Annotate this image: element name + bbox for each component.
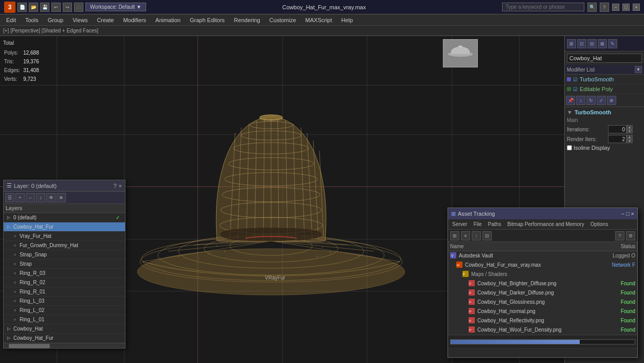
rp-tool-scale[interactable]: ⤢: [597, 96, 606, 105]
asset-menu-bitmap-performance-and-memory[interactable]: Bitmap Performance and Memory: [505, 221, 586, 228]
asset-menu-file[interactable]: File: [471, 221, 484, 228]
search-input[interactable]: [502, 3, 584, 11]
object-name-input[interactable]: [567, 54, 642, 63]
ts-isoline-checkbox[interactable]: [567, 145, 572, 150]
lt-icon-freeze[interactable]: ❄: [57, 193, 66, 202]
toolbar-icon-help[interactable]: ?: [600, 3, 609, 12]
at-icon-settings[interactable]: ⚙: [626, 231, 635, 240]
workspace-selector[interactable]: Workspace: Default ▼: [85, 3, 146, 11]
ts-iter-up[interactable]: ▲: [627, 125, 633, 129]
layer-item[interactable]: ▷Cowboy_Hat_Fur: [4, 334, 125, 343]
modifier-item-epoly[interactable]: ☑ Editable Poly: [565, 84, 644, 94]
menu-item-graph-editors[interactable]: Graph Editors: [186, 16, 229, 24]
asset-row[interactable]: PCowboy_Hat_Darker_Diffuse.pngFound: [448, 288, 637, 298]
menu-item-maxscript[interactable]: MAXScript: [301, 16, 336, 24]
rp-icon-2[interactable]: ⊡: [577, 39, 586, 48]
rp-tool-rot[interactable]: ↻: [586, 96, 596, 105]
asset-close-btn[interactable]: ×: [631, 211, 634, 217]
ts-iter-down[interactable]: ▼: [627, 129, 633, 133]
layer-item[interactable]: ▷Cowboy_Hat_Fur: [4, 222, 125, 232]
ts-render-iters-input[interactable]: [608, 135, 627, 143]
modifier-item-turbosmooth[interactable]: ☑ TurboSmooth: [565, 75, 644, 84]
ts-collapse-btn[interactable]: ▼: [567, 109, 573, 115]
layer-item[interactable]: ○Ring_L_01: [4, 315, 125, 324]
asset-minimize-btn[interactable]: −: [621, 211, 624, 217]
asset-row[interactable]: VAutodesk VaultLogged O: [448, 251, 637, 261]
minimize-button[interactable]: −: [612, 4, 619, 11]
search-button[interactable]: 🔍: [587, 3, 597, 12]
layer-item[interactable]: ▷Cowboy_Hat: [4, 324, 125, 334]
menu-item-help[interactable]: Help: [337, 16, 357, 24]
layer-item[interactable]: ▷0 (default)✓: [4, 213, 125, 222]
layers-close-btn[interactable]: ×: [119, 183, 122, 189]
layer-item[interactable]: ○Strap: [4, 260, 125, 269]
lt-icon-move[interactable]: ↕: [36, 193, 45, 202]
layer-item[interactable]: ○Vray_Fur_Hat: [4, 232, 125, 241]
asset-row[interactable]: PCowboy_Hat_Reflectivity.pngFound: [448, 316, 637, 325]
lt-icon-view[interactable]: 👁: [46, 193, 56, 202]
menu-item-create[interactable]: Create: [93, 16, 118, 24]
asset-row[interactable]: FMaps / Shaders: [448, 270, 637, 279]
menu-item-views[interactable]: Views: [68, 16, 92, 24]
layers-scroll-thumb[interactable]: [9, 344, 50, 348]
ts-render-up[interactable]: ▲: [627, 135, 633, 139]
asset-menu-server[interactable]: Server: [450, 221, 469, 228]
modifier-list-dropdown[interactable]: ▼: [635, 66, 642, 73]
asset-row[interactable]: PCowboy_Hat_Brighter_Diffuse.pngFound: [448, 279, 637, 288]
rp-tool-pin[interactable]: 📌: [566, 96, 575, 105]
toolbar-icon-cam[interactable]: 🎥: [74, 3, 83, 12]
layer-item[interactable]: ○Ring_L_03: [4, 297, 125, 306]
layer-item[interactable]: ○Ring_R_02: [4, 278, 125, 287]
layer-item[interactable]: ○Strap_Snap: [4, 250, 125, 260]
ts-render-down[interactable]: ▼: [627, 139, 633, 143]
asset-maximize-btn[interactable]: □: [626, 211, 630, 217]
at-icon-1[interactable]: ⊞: [450, 231, 459, 240]
lt-icon-add[interactable]: +: [15, 193, 25, 202]
rp-icon-4[interactable]: ⊠: [598, 39, 607, 48]
maximize-button[interactable]: □: [622, 4, 630, 11]
toolbar-icon-save[interactable]: 💾: [40, 3, 49, 12]
layer-item[interactable]: ○Fur_Growth_Dummy_Hat: [4, 241, 125, 250]
menu-item-rendering[interactable]: Rendering: [230, 16, 264, 24]
close-button[interactable]: ×: [633, 4, 640, 11]
toolbar-icon-redo[interactable]: ↪: [63, 3, 72, 12]
at-icon-3[interactable]: ↑: [472, 231, 481, 240]
rp-tool-move[interactable]: ↕: [576, 96, 585, 105]
layer-item[interactable]: ○Ring_R_03: [4, 269, 125, 278]
menu-item-edit[interactable]: Edit: [2, 16, 20, 24]
layers-scrollbar[interactable]: [4, 343, 125, 348]
ts-render-spinner[interactable]: ▲ ▼: [627, 135, 633, 143]
ts-iterations-input[interactable]: [608, 125, 627, 133]
toolbar-icon-new[interactable]: 📄: [17, 3, 27, 12]
asset-row[interactable]: PCowboy_Hat_normal.pngFound: [448, 307, 637, 316]
at-icon-4[interactable]: ⊟: [482, 231, 492, 240]
ts-iterations-spinner[interactable]: ▲ ▼: [627, 125, 633, 133]
toolbar-icon-open[interactable]: 📂: [29, 3, 38, 12]
menu-item-group[interactable]: Group: [44, 16, 68, 24]
menu-item-customize[interactable]: Customize: [265, 16, 300, 24]
stats-overlay: Total Polys:12,688 Tris:19,376 Edges:31,…: [3, 39, 40, 84]
asset-row-status: Found: [594, 290, 635, 296]
menu-item-tools[interactable]: Tools: [21, 16, 43, 24]
at-icon-2[interactable]: ≡: [461, 231, 470, 240]
lt-icon-del[interactable]: −: [26, 193, 35, 202]
asset-menu-options[interactable]: Options: [588, 221, 610, 228]
layer-item[interactable]: ○Ring_L_02: [4, 306, 125, 315]
menu-item-animation[interactable]: Animation: [151, 16, 185, 24]
layer-item[interactable]: ○Ring_R_01: [4, 287, 125, 297]
rp-icon-1[interactable]: ⊞: [567, 39, 576, 48]
layers-toolbar: ☰ + − ↕ 👁 ❄: [4, 192, 125, 204]
svg-point-0: [137, 249, 405, 295]
asset-row[interactable]: PCowboy_Hat_Wool_Fur_Density.pngFound: [448, 325, 637, 335]
at-icon-help[interactable]: ?: [615, 231, 624, 240]
rp-icon-5[interactable]: ✎: [608, 39, 617, 48]
rp-icon-3[interactable]: ⊟: [587, 39, 597, 48]
asset-row[interactable]: MCowboy_Hat_Fur_max_vray.maxNetwork F: [448, 261, 637, 270]
rp-tool-select[interactable]: ⊕: [607, 96, 616, 105]
asset-row[interactable]: PCowboy_Hat_Glossiness.pngFound: [448, 298, 637, 307]
asset-menu-paths[interactable]: Paths: [486, 221, 504, 228]
lt-icon-layers[interactable]: ☰: [5, 193, 14, 202]
layers-help-btn[interactable]: ?: [113, 183, 116, 189]
toolbar-icon-undo[interactable]: ↩: [51, 3, 61, 12]
menu-item-modifiers[interactable]: Modifiers: [119, 16, 150, 24]
